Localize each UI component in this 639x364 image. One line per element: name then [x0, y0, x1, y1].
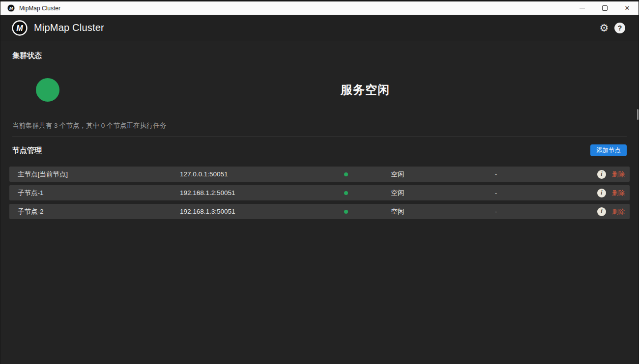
window-title: MipMap Cluster [19, 5, 60, 12]
node-management-section: 节点管理 添加节点 主节点[当前节点] 127.0.0.1:50051 空闲 -… [12, 137, 627, 219]
app-header: M MipMap Cluster ⚙ ? [0, 15, 639, 41]
maximize-button[interactable] [593, 1, 616, 15]
node-management-title: 节点管理 [12, 146, 42, 155]
node-name-cell: 子节点-2 [9, 207, 172, 216]
node-name-cell: 子节点-1 [9, 189, 172, 197]
info-icon[interactable]: i [597, 170, 606, 179]
node-status-cell: 空闲 [363, 189, 432, 197]
node-actions-cell: i 删除 [597, 189, 630, 197]
info-icon[interactable]: i [597, 207, 606, 216]
help-icon: ? [614, 23, 625, 33]
help-button[interactable]: ? [612, 20, 628, 36]
titlebar-left: M MipMap Cluster [0, 4, 571, 12]
node-management-header: 节点管理 添加节点 [12, 144, 627, 156]
gear-icon: ⚙ [600, 23, 609, 33]
cluster-summary-text: 当前集群共有 3 个节点，其中 0 个节点正在执行任务 [12, 121, 627, 130]
node-actions-cell: i 删除 [597, 207, 630, 216]
cluster-status-title: 集群状态 [12, 51, 627, 60]
delete-node-button[interactable]: 删除 [612, 170, 625, 179]
delete-node-button[interactable]: 删除 [612, 207, 625, 216]
node-actions-cell: i 删除 [597, 170, 630, 179]
app-icon-letter: M [9, 6, 13, 11]
delete-node-button[interactable]: 删除 [612, 189, 625, 197]
minimize-icon [580, 8, 585, 8]
node-status-cell: 空闲 [363, 207, 432, 216]
node-status-dot-cell [329, 210, 363, 214]
node-task-cell: - [432, 170, 560, 178]
node-task-cell: - [432, 189, 560, 196]
node-address-cell: 127.0.0.1:50051 [172, 170, 329, 178]
close-icon: ✕ [625, 5, 630, 11]
add-node-button[interactable]: 添加节点 [590, 144, 627, 156]
cluster-status-section: 集群状态 服务空闲 当前集群共有 3 个节点，其中 0 个节点正在执行任务 [12, 41, 627, 137]
logo-letter: M [16, 24, 23, 32]
table-row: 主节点[当前节点] 127.0.0.1:50051 空闲 - i 删除 [9, 167, 630, 182]
status-text-area: 服务空闲 [59, 82, 627, 98]
node-name-cell: 主节点[当前节点] [9, 170, 172, 179]
status-panel: 服务空闲 [12, 65, 627, 114]
settings-button[interactable]: ⚙ [596, 20, 612, 36]
close-button[interactable]: ✕ [616, 1, 639, 15]
window-controls: ✕ [571, 1, 639, 15]
status-dot-icon [344, 191, 348, 195]
node-status-dot-cell [329, 172, 363, 176]
app-window: M MipMap Cluster ✕ M MipMap Cluster ⚙ [0, 0, 639, 364]
node-task-cell: - [432, 208, 560, 215]
scrollbar-thumb[interactable] [637, 109, 639, 120]
maximize-icon [602, 5, 608, 11]
node-table: 主节点[当前节点] 127.0.0.1:50051 空闲 - i 删除 子节点-… [9, 167, 630, 219]
info-icon[interactable]: i [597, 189, 606, 197]
node-status-cell: 空闲 [363, 170, 432, 179]
app-title: MipMap Cluster [34, 22, 104, 33]
node-address-cell: 192.168.1.3:50051 [172, 208, 329, 215]
node-status-dot-cell [329, 191, 363, 195]
mipmap-logo-icon: M [11, 20, 28, 36]
table-row: 子节点-1 192.168.1.2:50051 空闲 - i 删除 [9, 185, 630, 200]
minimize-button[interactable] [571, 1, 593, 15]
table-row: 子节点-2 192.168.1.3:50051 空闲 - i 删除 [9, 204, 630, 219]
app-icon: M [7, 4, 15, 12]
node-address-cell: 192.168.1.2:50051 [172, 189, 329, 196]
cluster-status-indicator [36, 78, 59, 102]
status-dot-icon [344, 210, 348, 214]
main-content: 集群状态 服务空闲 当前集群共有 3 个节点，其中 0 个节点正在执行任务 节点… [0, 41, 639, 364]
status-dot-icon [344, 172, 348, 176]
window-titlebar: M MipMap Cluster ✕ [0, 0, 639, 15]
service-status-text: 服务空闲 [341, 83, 390, 96]
